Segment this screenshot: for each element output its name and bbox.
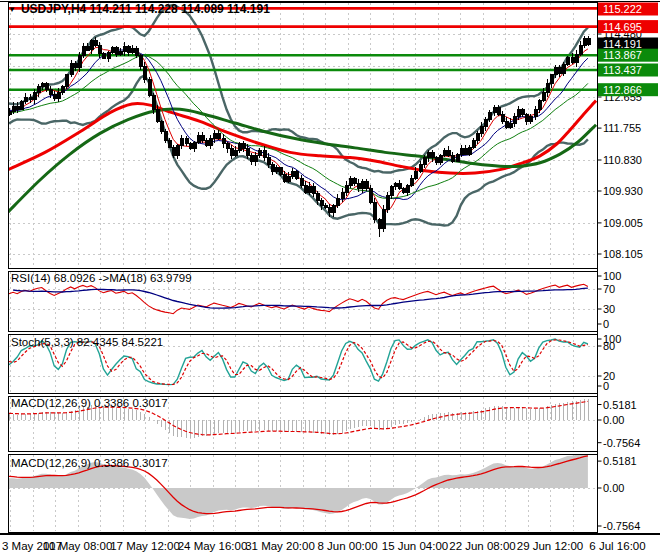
price-badge-label: 115.222 [603,3,642,15]
price-badge-label: 114.695 [603,21,642,33]
time-label: 15 Jun 04:00 [382,540,449,552]
time-label: 31 May 20:00 [245,540,315,552]
price-badge-label: 114.191 [603,38,642,50]
macd-axis-label: 0.00 [603,414,624,426]
price-tick-label: 111.755 [603,122,641,134]
rsi-label: RSI(14) 68.0926 ->MA(18) 63.9799 [11,272,192,285]
time-label: 6 Jul 16:00 [589,540,645,552]
macd2-label: MACD(12,26,9) 0.3386 0.3017 [11,457,168,470]
price-tick-label: 108.105 [603,248,643,260]
time-label: 24 May 16:00 [178,540,248,552]
stoch-axis-label: 0 [603,380,609,392]
macd-axis-label: 0.5181 [603,455,637,467]
time-label: 22 Jun 08:00 [449,540,516,552]
panel-borders [0,2,660,533]
time-label: 10 May 08:00 [43,540,113,552]
stoch-label: Stoch(5,3,3) 82.4345 84.5221 [11,336,163,349]
price-badge-label: 112.866 [603,84,642,96]
price-tick-label: 110.830 [603,154,642,166]
price-tick-label: 109.930 [603,185,643,197]
symbol-title: USDJPY,H4 114.211 114.228 114.089 114.19… [21,3,270,16]
rsi-axis-label: 70 [603,283,615,295]
macd-axis-label: 0.00 [603,482,624,494]
price-tick-label: 109.005 [603,217,643,229]
macd-axis-label: -0.7564 [603,437,640,449]
price-badge-label: 113.867 [603,49,642,61]
macd1-label: MACD(12,26,9) 0.3386 0.3017 [11,397,168,410]
time-label: 8 Jun 00:00 [317,540,377,552]
macd-axis-label: -0.7564 [603,520,640,532]
rsi-axis-label: 100 [603,270,621,282]
chart-window: 114.480112.655111.755110.830109.930109.0… [0,0,660,560]
time-label: 17 May 12:00 [110,540,180,552]
rsi-axis-label: 0 [603,318,609,330]
price-badge-label: 113.437 [603,64,642,76]
symbol-header: ▼ USDJPY,H4 114.211 114.228 114.089 114.… [8,3,270,16]
price-axis[interactable]: 114.480112.655111.755110.830109.930109.0… [598,2,659,533]
macd-axis-label: 0.5181 [603,399,637,411]
time-label: 29 Jun 12:00 [517,540,584,552]
stoch-axis-label: 80 [603,340,615,352]
rsi-axis-label: 30 [603,303,615,315]
symbol-dropdown-icon[interactable]: ▼ [8,3,16,16]
time-axis[interactable]: 3 May 201710 May 08:0017 May 12:0024 May… [0,534,660,552]
